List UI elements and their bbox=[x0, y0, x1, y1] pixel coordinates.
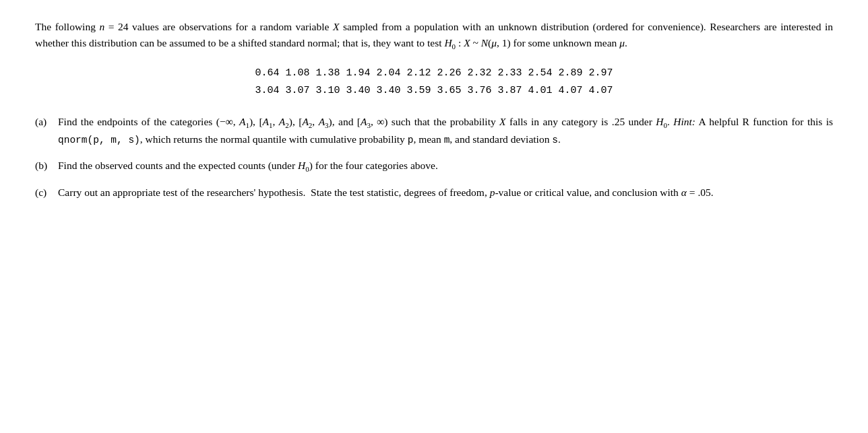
intro-paragraph: The following n = 24 values are observat… bbox=[35, 19, 833, 53]
part-b-content: Find the observed counts and the expecte… bbox=[58, 158, 833, 175]
parts-list: (a) Find the endpoints of the categories… bbox=[35, 114, 833, 201]
part-a: (a) Find the endpoints of the categories… bbox=[35, 114, 833, 148]
part-a-label: (a) bbox=[35, 114, 58, 130]
part-c-content: Carry out an appropriate test of the res… bbox=[58, 185, 833, 201]
part-b-label: (b) bbox=[35, 158, 58, 174]
part-c: (c) Carry out an appropriate test of the… bbox=[35, 185, 833, 201]
part-a-content: Find the endpoints of the categories (−∞… bbox=[58, 114, 833, 148]
part-b: (b) Find the observed counts and the exp… bbox=[35, 158, 833, 175]
data-row-2: 3.04 3.07 3.10 3.40 3.40 3.59 3.65 3.76 … bbox=[35, 82, 833, 100]
data-values: 0.64 1.08 1.38 1.94 2.04 2.12 2.26 2.32 … bbox=[35, 65, 833, 99]
part-c-label: (c) bbox=[35, 185, 58, 201]
data-row-1: 0.64 1.08 1.38 1.94 2.04 2.12 2.26 2.32 … bbox=[35, 65, 833, 82]
